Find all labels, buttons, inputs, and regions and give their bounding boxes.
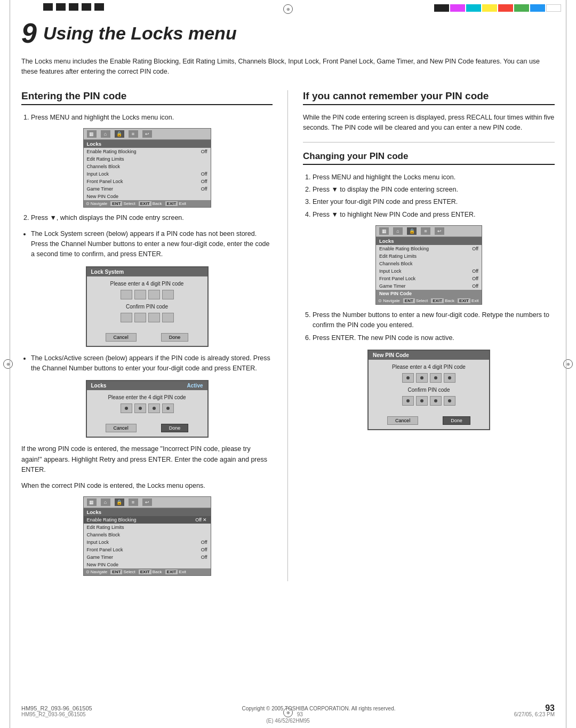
screen-icon-12: ⌂: [393, 227, 403, 235]
locks-active-body: Please enter the 4 digit PIN code: [87, 390, 207, 422]
section-heading-entering-pin: Entering the PIN code: [21, 90, 273, 105]
chapter-heading: 9 Using the Locks menu: [21, 19, 555, 47]
change-step-3: Enter your four-digit PIN code and press…: [313, 197, 555, 207]
entering-pin-steps: Press MENU and highlight the Locks menu …: [21, 113, 273, 123]
new-pin-box-4: [444, 373, 455, 383]
pin-boxes-active: [93, 403, 201, 413]
footer-doc-code: HM95_R2_093-96_061505: [21, 711, 86, 717]
new-pin-boxes-confirm: [375, 396, 483, 406]
lock-dialog-title: Lock System: [87, 267, 207, 276]
lock-dialog-buttons: Cancel Done: [87, 331, 207, 346]
lock-dialog-body: Please enter a 4 digit PIN code Confirm …: [87, 276, 207, 331]
screen-icon-6: ▦: [87, 498, 97, 506]
screen-menu-item-selected: Enable Rating BlockingOff ✕: [84, 516, 211, 524]
screen-menu-item-11: Front Panel LockOff: [84, 546, 211, 553]
locks-active-title: Locks: [91, 383, 107, 389]
screen-top-icons-3: ▦ ⌂ 🔒 ≡ ↩: [376, 226, 482, 237]
screen-menu-item-7: New PIN Code: [84, 193, 211, 200]
new-pin-confirm-1: [402, 396, 414, 406]
screen-icon-15: ↩: [435, 227, 444, 235]
screen-change-item-1: Enable Rating BlockingOff: [376, 245, 482, 252]
two-column-layout: Entering the PIN code Press MENU and hig…: [21, 90, 555, 581]
pin-box-1: [121, 290, 132, 299]
change-step-5: Press the Number buttons to enter a new …: [313, 310, 555, 331]
screen-icon-3: 🔒: [115, 130, 124, 138]
locks-active-header: Locks Active: [87, 381, 207, 390]
new-pin-box-1: [402, 373, 414, 383]
correct-pin-text: When the correct PIN code is entered, th…: [21, 481, 273, 491]
locks-menu-screen-change: ▦ ⌂ 🔒 ≡ ↩ Locks Enable Rating BlockingOf…: [375, 225, 482, 305]
top-registration-marks: [43, 3, 105, 11]
chapter-number: 9: [21, 19, 37, 47]
change-step-2: Press ▼ to display the PIN code entering…: [313, 185, 555, 195]
locks-active-dialog: Locks Active Please enter the 4 digit PI…: [86, 380, 209, 438]
screen-change-item-new-pin: New PIN Code: [376, 290, 482, 297]
new-pin-confirm-3: [430, 396, 442, 406]
compass-right: ⊕: [563, 359, 573, 369]
cancel-button-2[interactable]: Cancel: [106, 424, 137, 432]
screen-change-item-5: Front Panel LockOff: [376, 275, 482, 282]
pin-box-confirm-2: [134, 313, 146, 322]
pin-box-confirm-4: [162, 313, 174, 322]
new-pin-done-button[interactable]: Done: [443, 416, 470, 425]
new-pin-dialog: New PIN Code Please enter a 4 digit PIN …: [367, 350, 490, 430]
new-pin-dialog-buttons: Cancel Done: [369, 414, 489, 429]
page-border-left: [10, 0, 10, 728]
new-pin-confirm-label: Confirm PIN code: [375, 387, 483, 393]
screen-icon-10: ↩: [142, 498, 152, 506]
screen-top-icons-2: ▦ ⌂ 🔒 ≡ ↩: [84, 497, 211, 508]
locks-menu-screen-2: ▦ ⌂ 🔒 ≡ ↩ Locks Enable Rating BlockingOf…: [83, 496, 211, 576]
entering-pin-bullets: The Lock System screen (below) appears i…: [21, 229, 273, 260]
lock-dialog-prompt: Please enter a 4 digit PIN code: [93, 281, 201, 287]
screen-top-icons-1: ▦ ⌂ 🔒 ≡ ↩: [84, 129, 211, 140]
screen-nav-bar-3: ⊙ Navigate ENT Select EXIT Back EXIT Exi…: [376, 297, 482, 304]
screen-menu-item-13: New PIN Code: [84, 561, 211, 568]
screen-change-item-3: Channels Block: [376, 260, 482, 267]
screen-icon-2: ⌂: [101, 130, 110, 138]
done-button-1[interactable]: Done: [161, 333, 189, 342]
section-heading-cannot-remember: If you cannot remember your PIN code: [303, 90, 555, 105]
screen-icon-1: ▦: [87, 130, 97, 138]
screen-menu-title-1: Locks: [84, 140, 211, 148]
done-button-2[interactable]: Done: [161, 424, 189, 432]
entering-pin-steps-2: Press ▼, which displays the PIN code ent…: [21, 213, 273, 223]
right-column: If you cannot remember your PIN code Whi…: [288, 90, 555, 581]
pin-box-confirm-1: [121, 313, 132, 322]
pin-box-3: [148, 290, 160, 299]
page-border-right: [566, 0, 566, 728]
screen-menu-item-8: Edit Rating Limits: [84, 524, 211, 531]
change-step-1: Press MENU and highlight the Locks menu …: [313, 172, 555, 183]
lock-system-dialog: Lock System Please enter a 4 digit PIN c…: [86, 266, 209, 347]
entering-pin-bullets-2: The Locks/Active screen (below) appears …: [21, 353, 273, 374]
step-1: Press MENU and highlight the Locks menu …: [31, 113, 273, 123]
footer-page-num: 93: [297, 711, 303, 717]
screen-nav-bar-2: ⊙ Navigate ENT Select EXIT Back EXIT Exi…: [84, 568, 211, 575]
locks-active-prompt: Please enter the 4 digit PIN code: [93, 394, 201, 400]
new-pin-dialog-title: New PIN Code: [369, 351, 489, 360]
screen-menu-title-3: Locks: [376, 237, 482, 245]
pin-box-confirm-3: [148, 313, 160, 322]
screen-menu-item-2: Edit Rating Limits: [84, 155, 211, 163]
footer-date: 6/27/05, 6:23 PM: [514, 711, 555, 717]
pin-active-2: [134, 403, 146, 413]
screen-menu-item-1: Enable Rating BlockingOff: [84, 148, 211, 155]
screen-icon-13: 🔒: [407, 227, 417, 235]
locks-active-status: Active: [187, 383, 203, 389]
cannot-remember-text: While the PIN code entering screen is di…: [303, 113, 555, 133]
pin-box-4: [162, 290, 174, 299]
screen-icon-8: 🔒: [115, 498, 124, 506]
copyright-text: Copyright © 2005 TOSHIBA CORPORATION. Al…: [242, 706, 395, 711]
pin-boxes-enter: [93, 290, 201, 299]
screen-icon-9: ≡: [129, 498, 138, 506]
new-pin-box-2: [416, 373, 428, 383]
screen-menu-title-2: Locks: [84, 508, 211, 516]
new-pin-cancel-button[interactable]: Cancel: [387, 416, 418, 425]
footer-model: (E) 46/52/62HM95: [266, 718, 310, 724]
cancel-button-1[interactable]: Cancel: [106, 333, 137, 342]
pin-boxes-confirm: [93, 313, 201, 322]
wrong-pin-text: If the wrong PIN code is entered, the me…: [21, 444, 273, 475]
new-pin-dialog-body: Please enter a 4 digit PIN code Confirm …: [369, 360, 489, 414]
screen-menu-item-4: Input LockOff: [84, 170, 211, 178]
screen-menu-item-12: Game TimerOff: [84, 553, 211, 561]
new-pin-boxes-enter: [375, 373, 483, 383]
